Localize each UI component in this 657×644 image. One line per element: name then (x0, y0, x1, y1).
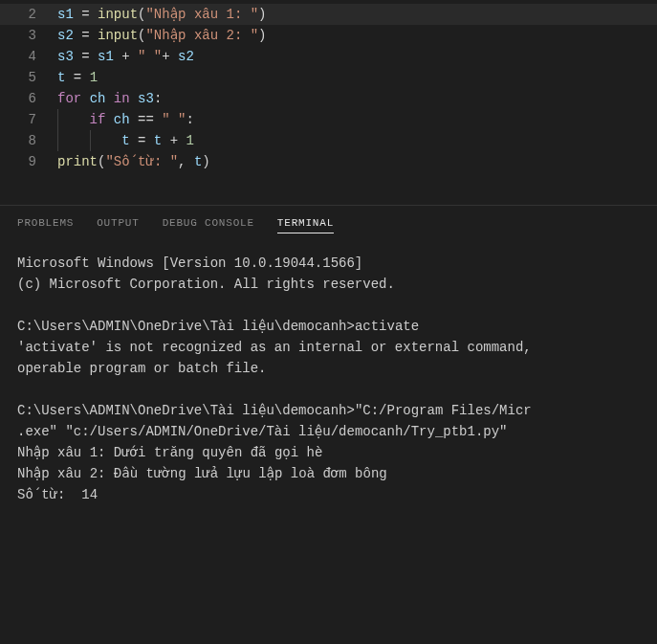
token-op (130, 133, 138, 148)
token-str: "Nhập xâu 1: " (145, 7, 258, 22)
token-op: == (138, 112, 154, 127)
code-content[interactable]: for ch in s3: (57, 88, 162, 109)
token-var: s3 (57, 49, 74, 64)
token-num: 1 (90, 70, 98, 85)
token-op (186, 154, 194, 169)
code-line[interactable]: 4s3 = s1 + " "+ s2 (0, 46, 657, 67)
token-op (90, 28, 98, 43)
code-content[interactable]: print("Số từ: ", t) (57, 151, 210, 172)
terminal-line: operable program or batch file. (17, 358, 640, 379)
token-var: s3 (138, 91, 154, 106)
token-op: ) (202, 154, 209, 169)
tab-problems[interactable]: PROBLEMS (17, 213, 74, 233)
code-line[interactable]: 3s2 = input("Nhập xâu 2: ") (0, 25, 657, 46)
terminal-line: 'activate' is not recognized as an inter… (17, 337, 640, 358)
terminal-line: C:\Users\ADMIN\OneDrive\Tài liệu\democan… (17, 400, 640, 421)
terminal-line: Nhập xâu 1: Dưới trăng quyên đã gọi hè (17, 442, 640, 463)
line-number: 8 (0, 130, 57, 151)
token-op (162, 133, 169, 148)
code-line[interactable]: 2s1 = input("Nhập xâu 1: ") (0, 4, 657, 25)
code-line[interactable]: 7 if ch == " ": (0, 109, 657, 130)
token-op (145, 133, 153, 148)
token-op (105, 91, 113, 106)
token-var: s2 (178, 49, 194, 64)
token-str: "Số từ: " (105, 154, 178, 169)
token-var: s1 (98, 49, 114, 64)
token-op (130, 91, 138, 106)
tab-output[interactable]: OUTPUT (97, 213, 139, 233)
token-str: " " (138, 49, 162, 64)
token-op (154, 112, 162, 127)
token-op: : (186, 112, 193, 127)
panel-tabs: PROBLEMSOUTPUTDEBUG CONSOLETERMINAL (0, 206, 657, 241)
bottom-panel: PROBLEMSOUTPUTDEBUG CONSOLETERMINAL Micr… (0, 205, 657, 517)
token-op: ) (258, 28, 266, 43)
code-content[interactable]: if ch == " ": (57, 109, 194, 130)
code-editor[interactable]: 2s1 = input("Nhập xâu 1: ")3s2 = input("… (0, 0, 657, 176)
terminal-line: Số từ: 14 (17, 484, 640, 505)
token-op: + (162, 49, 169, 64)
token-op (105, 112, 113, 127)
token-op (65, 70, 73, 85)
terminal-line: C:\Users\ADMIN\OneDrive\Tài liệu\democan… (17, 316, 640, 337)
token-op: ) (258, 7, 266, 22)
token-var: t (121, 133, 129, 148)
token-op (130, 49, 138, 64)
token-op (74, 49, 81, 64)
token-op (90, 49, 98, 64)
token-fn: print (57, 154, 98, 169)
line-number: 6 (0, 88, 57, 109)
code-content[interactable]: s2 = input("Nhập xâu 2: ") (57, 25, 267, 46)
token-kw: for (57, 91, 81, 106)
token-var: s1 (57, 7, 74, 22)
terminal-line: Nhập xâu 2: Đầu tường lửa lựu lập loà đơ… (17, 463, 640, 484)
terminal-block: Microsoft Windows [Version 10.0.19044.15… (17, 253, 640, 295)
terminal-line: (c) Microsoft Corporation. All rights re… (17, 274, 640, 295)
token-kw: in (114, 91, 130, 106)
code-content[interactable]: s1 = input("Nhập xâu 1: ") (57, 4, 267, 25)
token-op (74, 28, 81, 43)
code-content[interactable]: t = 1 (57, 67, 98, 88)
token-fn: input (98, 28, 138, 43)
token-op: , (178, 154, 186, 169)
terminal-line: Microsoft Windows [Version 10.0.19044.15… (17, 253, 640, 274)
line-number: 2 (0, 4, 57, 25)
terminal-line: .exe" "c:/Users/ADMIN/OneDrive/Tài liệu/… (17, 421, 640, 442)
code-line[interactable]: 9print("Số từ: ", t) (0, 151, 657, 172)
code-content[interactable]: t = t + 1 (57, 130, 194, 151)
token-fn: input (98, 7, 138, 22)
line-number: 3 (0, 25, 57, 46)
token-str: "Nhập xâu 2: " (145, 28, 258, 43)
token-var: s2 (57, 28, 74, 43)
token-op (130, 112, 138, 127)
tab-debug-console[interactable]: DEBUG CONSOLE (163, 213, 254, 233)
line-number: 4 (0, 46, 57, 67)
token-op (81, 91, 89, 106)
token-op: : (154, 91, 162, 106)
tab-terminal[interactable]: TERMINAL (277, 213, 334, 233)
token-var: t (154, 133, 162, 148)
token-var: ch (114, 112, 130, 127)
token-op (74, 7, 81, 22)
terminal-block: C:\Users\ADMIN\OneDrive\Tài liệu\democan… (17, 316, 640, 379)
token-op: = (81, 49, 89, 64)
token-var: ch (90, 91, 106, 106)
token-kw: if (90, 112, 106, 127)
token-op (81, 70, 89, 85)
code-line[interactable]: 5t = 1 (0, 67, 657, 88)
token-num: 1 (186, 133, 193, 148)
terminal-block: C:\Users\ADMIN\OneDrive\Tài liệu\democan… (17, 400, 640, 505)
token-op (90, 7, 98, 22)
code-line[interactable]: 8 t = t + 1 (0, 130, 657, 151)
token-op: = (81, 7, 89, 22)
token-str: " " (162, 112, 186, 127)
code-content[interactable]: s3 = s1 + " "+ s2 (57, 46, 194, 67)
line-number: 7 (0, 109, 57, 130)
token-op: = (74, 70, 81, 85)
token-op (114, 49, 121, 64)
terminal-content[interactable]: Microsoft Windows [Version 10.0.19044.15… (0, 241, 657, 517)
code-line[interactable]: 6for ch in s3: (0, 88, 657, 109)
token-op (170, 49, 178, 64)
token-op: = (81, 28, 89, 43)
token-op: + (170, 133, 178, 148)
